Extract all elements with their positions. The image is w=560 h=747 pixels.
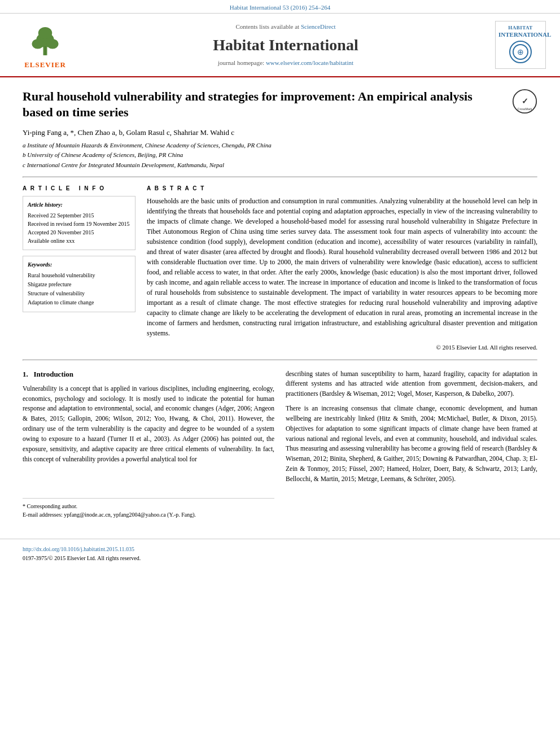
science-direct-link[interactable]: ScienceDirect (301, 23, 336, 30)
svg-text:✓: ✓ (522, 97, 528, 106)
crossmark-area: ✓ CrossMark (512, 89, 537, 117)
received-date: Received 22 September 2015 (28, 211, 130, 220)
keyword-1: Rural household vulnerability (28, 271, 130, 280)
intro-right-col: describing states of human susceptibilit… (286, 369, 537, 519)
journal-title: Habitat International (85, 34, 487, 56)
intro-para-1: Vulnerability is a concept that is appli… (23, 384, 274, 465)
article-title: Rural household vulnerability and strate… (23, 89, 504, 121)
affil-c: c International Centre for Integrated Mo… (23, 161, 537, 169)
authors-line: Yi-ping Fang a, *, Chen Zhao a, b, Golam… (23, 128, 537, 138)
paper-content: Rural household vulnerability and strate… (0, 77, 560, 531)
article-title-section: Rural household vulnerability and strate… (23, 89, 537, 121)
keywords-label: Keywords: (28, 261, 130, 269)
keyword-4: Adaptation to climate change (28, 298, 130, 307)
abstract-paragraph: Households are the basic units of produc… (147, 196, 537, 338)
intro-para-right-1: describing states of human susceptibilit… (286, 369, 537, 399)
keyword-2: Shigatze prefecture (28, 280, 130, 289)
article-info-col: A R T I C L E I N F O Article history: R… (23, 185, 135, 352)
affil-a: a Institute of Mountain Hazards & Enviro… (23, 141, 537, 150)
svg-text:⊕: ⊕ (517, 48, 524, 56)
svg-text:CrossMark: CrossMark (518, 107, 532, 110)
introduction-section: 1. Introduction Vulnerability is a conce… (23, 369, 537, 519)
journal-header: ELSEVIER Contents lists available at Sci… (0, 14, 560, 77)
section-heading: 1. Introduction (23, 369, 274, 379)
keyword-3: Structure of vulnerability (28, 289, 130, 298)
article-info-label: A R T I C L E I N F O (23, 185, 135, 193)
article-history-box: Article history: Received 22 September 2… (23, 196, 135, 250)
intro-left-text: Vulnerability is a concept that is appli… (23, 384, 274, 465)
journal-reference-bar: Habitat International 53 (2016) 254–264 (0, 0, 560, 14)
svg-point-3 (47, 39, 59, 49)
section-title: Introduction (34, 370, 74, 378)
affiliations: a Institute of Mountain Hazards & Enviro… (23, 141, 537, 169)
section-divider (23, 176, 537, 178)
abstract-text: Households are the basic units of produc… (147, 196, 537, 352)
intro-right-text: describing states of human susceptibilit… (286, 369, 537, 484)
elsevier-tree-icon (25, 19, 65, 59)
homepage-url[interactable]: www.elsevier.com/locate/habitatint (266, 59, 353, 66)
copyright-line: © 2015 Elsevier Ltd. All rights reserved… (147, 343, 537, 352)
corresponding-note: * Corresponding author. (23, 502, 274, 510)
section-number: 1. (23, 370, 28, 378)
available-date: Available online xxx (28, 237, 130, 245)
issn-line: 0197-3975/© 2015 Elsevier Ltd. All right… (23, 554, 537, 562)
intro-para-right-2: There is an increasing consensus that cl… (286, 404, 537, 484)
science-direct-line: Contents lists available at ScienceDirec… (85, 23, 487, 31)
journal-homepage: journal homepage: www.elsevier.com/locat… (85, 59, 487, 67)
abstract-col: A B S T R A C T Households are the basic… (147, 185, 537, 352)
habitat-logo-circle-icon: ⊕ (509, 41, 532, 63)
doi-link[interactable]: http://dx.doi.org/10.1016/j.habitatint.2… (23, 545, 537, 553)
history-label: Article history: (28, 201, 130, 209)
habitat-logo-box: HABITAT INTERNATIONAL ⊕ (495, 21, 546, 69)
journal-info-center: Contents lists available at ScienceDirec… (79, 23, 492, 68)
email-note: E-mail addresses: ypfang@inode.ac.cn, yp… (23, 510, 274, 519)
elsevier-label: ELSEVIER (24, 60, 66, 70)
crossmark-icon: ✓ CrossMark (512, 89, 537, 114)
paper-footer: http://dx.doi.org/10.1016/j.habitatint.2… (0, 539, 560, 562)
elsevier-logo-area: ELSEVIER (11, 19, 79, 70)
abstract-intro-divider (23, 359, 537, 361)
svg-point-2 (32, 39, 43, 49)
journal-reference: Habitat International 53 (2016) 254–264 (230, 4, 330, 11)
accepted-date: Accepted 20 November 2015 (28, 228, 130, 237)
affil-b: b University of Chinese Academy of Scien… (23, 151, 537, 159)
footnote-area: * Corresponding author. E-mail addresses… (23, 498, 274, 519)
habitat-logo-area: HABITAT INTERNATIONAL ⊕ (492, 21, 549, 69)
abstract-label: A B S T R A C T (147, 185, 537, 193)
article-info-abstract-row: A R T I C L E I N F O Article history: R… (23, 185, 537, 352)
svg-point-4 (38, 27, 53, 39)
intro-left-col: 1. Introduction Vulnerability is a conce… (23, 369, 274, 519)
keywords-box: Keywords: Rural household vulnerability … (23, 256, 135, 312)
revised-date: Received in revised form 19 November 201… (28, 220, 130, 228)
